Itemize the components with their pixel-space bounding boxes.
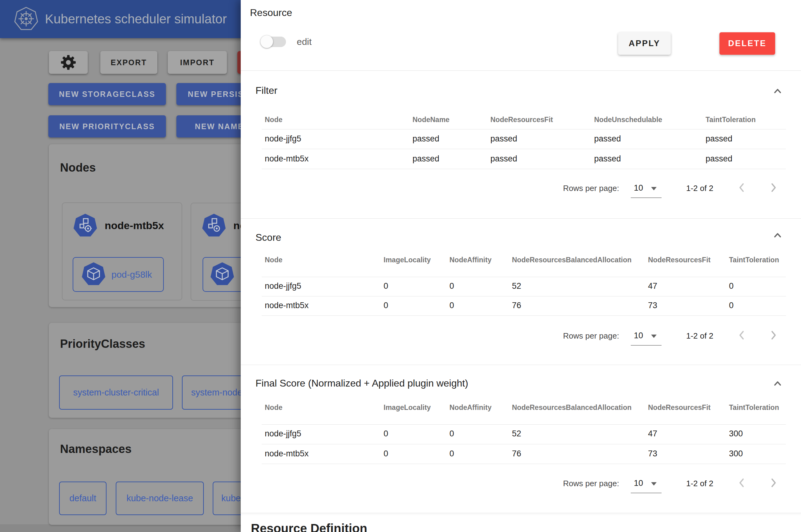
namespace-kube-node-lease[interactable]: kube-node-lease <box>116 481 204 515</box>
priorityclasses-card: PriorityClasses system-cluster-critical … <box>49 323 265 418</box>
collapse-final-score-chevron-up-icon[interactable] <box>773 379 783 388</box>
kubernetes-pod-icon <box>210 262 234 286</box>
settings-button[interactable] <box>49 51 88 74</box>
table-cell: 0 <box>384 281 388 291</box>
final-score-section-title: Final Score (Normalized + Applied plugin… <box>255 377 468 389</box>
column-header: NodeAffinity <box>450 256 492 264</box>
divider <box>262 149 786 149</box>
rows-per-page-select[interactable]: 10 <box>634 478 643 488</box>
nodes-title: Nodes <box>60 161 96 174</box>
table-cell: passed <box>413 134 439 144</box>
table-cell: 76 <box>512 301 521 310</box>
table-cell: 300 <box>729 449 743 458</box>
divider <box>241 365 801 365</box>
rows-per-page-label: Rows per page: <box>563 184 619 193</box>
namespaces-card: Namespaces default kube-node-lease kube <box>49 429 265 525</box>
divider <box>262 464 786 464</box>
column-header: Node <box>265 403 283 412</box>
next-page-chevron-icon[interactable] <box>767 329 780 341</box>
select-arrow-icon[interactable] <box>651 187 657 190</box>
edit-toggle[interactable] <box>259 33 290 50</box>
select-underline <box>631 197 661 198</box>
page-range-label: 1-2 of 2 <box>686 184 713 193</box>
column-header: TaintToleration <box>729 256 779 264</box>
table-cell: 0 <box>450 429 454 438</box>
filter-pagination: Rows per page: 10 1-2 of 2 <box>265 178 786 200</box>
kubernetes-pod-icon <box>81 262 106 286</box>
divider <box>262 296 786 297</box>
table-cell: 47 <box>648 281 657 291</box>
nodes-card: Nodes node-mtb5x <box>49 144 265 307</box>
collapse-filter-chevron-up-icon[interactable] <box>773 86 783 96</box>
column-header: NodeResourcesFit <box>490 116 553 124</box>
rows-per-page-label: Rows per page: <box>563 331 619 341</box>
table-cell: 0 <box>729 301 733 310</box>
rows-per-page-label: Rows per page: <box>563 479 619 488</box>
edit-toggle-label: edit <box>297 36 311 48</box>
node-name: node-mtb5x <box>105 219 164 231</box>
divider <box>241 513 801 513</box>
select-arrow-icon[interactable] <box>651 335 657 338</box>
score-pagination: Rows per page: 10 1-2 of 2 <box>265 326 786 347</box>
select-underline <box>631 345 661 346</box>
table-cell: 0 <box>384 429 388 438</box>
kubernetes-logo-icon <box>14 7 38 31</box>
kubernetes-node-icon <box>73 214 97 238</box>
table-cell: node-jjfg5 <box>265 281 302 291</box>
score-table: Node ImageLocality NodeAffinity NodeReso… <box>265 252 786 317</box>
new-storageclass-button[interactable]: NEW STORAGECLASS <box>48 83 166 105</box>
next-page-chevron-icon[interactable] <box>767 477 780 489</box>
namespace-default[interactable]: default <box>59 481 107 515</box>
column-header: NodeUnschedulable <box>594 116 662 124</box>
rows-per-page-select[interactable]: 10 <box>634 183 643 193</box>
kubernetes-node-icon <box>202 214 226 238</box>
filter-section-title: Filter <box>255 84 277 97</box>
pod-chip[interactable]: pod-g58lk <box>73 257 164 292</box>
app-title: Kubernetes scheduler simulator <box>45 0 227 38</box>
priorityclasses-title: PriorityClasses <box>60 337 145 350</box>
column-header: ImageLocality <box>384 403 431 412</box>
table-cell: 0 <box>450 301 454 310</box>
import-button[interactable]: IMPORT <box>168 51 227 74</box>
column-header: TaintToleration <box>729 403 779 412</box>
final-score-table: Node ImageLocality NodeAffinity NodeReso… <box>265 400 786 465</box>
table-cell: 47 <box>648 429 657 438</box>
table-cell: node-mtb5x <box>265 449 309 458</box>
table-cell: node-mtb5x <box>265 154 309 164</box>
final-score-pagination: Rows per page: 10 1-2 of 2 <box>265 474 786 495</box>
next-page-chevron-icon[interactable] <box>767 182 780 194</box>
table-cell: 0 <box>729 281 733 291</box>
table-cell: 0 <box>450 449 454 458</box>
table-cell: 52 <box>512 429 521 438</box>
namespaces-title: Namespaces <box>60 442 131 456</box>
delete-button[interactable]: DELETE <box>720 32 775 55</box>
table-cell: node-mtb5x <box>265 301 309 310</box>
table-cell: passed <box>594 134 621 144</box>
new-priorityclass-button[interactable]: NEW PRIORITYCLASS <box>48 115 166 137</box>
column-header: NodeAffinity <box>450 403 492 412</box>
column-header: Node <box>265 256 283 264</box>
table-cell: 52 <box>512 281 521 291</box>
previous-page-chevron-icon[interactable] <box>736 329 748 341</box>
rows-per-page-select[interactable]: 10 <box>634 331 643 340</box>
divider <box>262 277 786 277</box>
table-cell: passed <box>594 154 621 164</box>
table-cell: passed <box>706 154 732 164</box>
table-cell: node-jjfg5 <box>265 134 302 144</box>
priorityclass-system-cluster-critical[interactable]: system-cluster-critical <box>59 376 173 410</box>
collapse-score-chevron-up-icon[interactable] <box>773 230 783 240</box>
column-header: ImageLocality <box>384 256 431 264</box>
table-cell: 73 <box>648 301 657 310</box>
pod-name: pod-g58lk <box>111 270 152 280</box>
export-button[interactable]: EXPORT <box>101 51 157 74</box>
apply-button[interactable]: APPLY <box>618 32 671 55</box>
score-section-title: Score <box>255 231 281 244</box>
gear-icon <box>61 55 76 70</box>
column-header: NodeName <box>413 116 450 124</box>
previous-page-chevron-icon[interactable] <box>736 182 748 194</box>
page-range-label: 1-2 of 2 <box>686 331 713 341</box>
node-chip[interactable]: node-mtb5x pod-g58lk <box>62 202 182 301</box>
table-cell: 0 <box>450 281 454 291</box>
previous-page-chevron-icon[interactable] <box>736 477 748 489</box>
select-arrow-icon[interactable] <box>651 482 657 486</box>
